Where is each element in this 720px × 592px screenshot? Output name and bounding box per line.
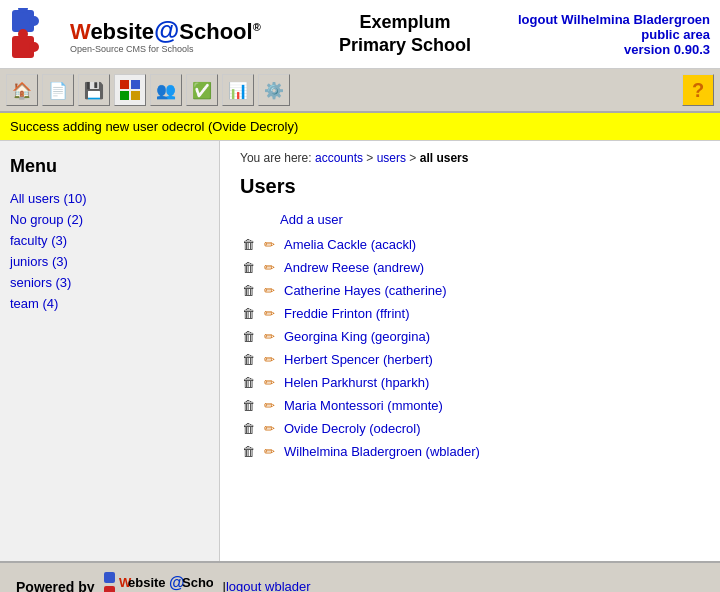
toolbar-save-icon[interactable]: 💾 [78, 74, 110, 106]
site-title: Exemplum Primary School [300, 11, 510, 58]
area-text: public area [641, 27, 710, 42]
svg-rect-9 [120, 91, 129, 100]
delete-icon-0[interactable]: 🗑 [240, 236, 256, 252]
edit-icon-7[interactable]: ✏ [260, 396, 278, 414]
edit-icon-9[interactable]: ✏ [260, 442, 278, 460]
menu-heading: Menu [10, 156, 209, 177]
delete-icon-6[interactable]: 🗑 [240, 374, 256, 390]
header: Website@School® Open-Source CMS for Scho… [0, 0, 720, 69]
sidebar-item-3[interactable]: juniors (3) [10, 254, 68, 269]
breadcrumb: You are here: accounts > users > all use… [240, 151, 700, 165]
svg-rect-8 [131, 80, 140, 89]
edit-icon-4[interactable]: ✏ [260, 327, 278, 345]
logo: Website@School® Open-Source CMS for Scho… [10, 8, 261, 60]
breadcrumb-accounts[interactable]: accounts [315, 151, 363, 165]
user-link-4[interactable]: Georgina King (georgina) [284, 329, 430, 344]
user-link-9[interactable]: Wilhelmina Bladergroen (wblader) [284, 444, 480, 459]
user-link-3[interactable]: Freddie Frinton (ffrint) [284, 306, 409, 321]
svg-point-4 [18, 29, 28, 39]
svg-rect-11 [104, 572, 115, 583]
toolbar-users-icon[interactable] [114, 74, 146, 106]
toolbar-check-icon[interactable]: ✅ [186, 74, 218, 106]
edit-icon-2[interactable]: ✏ [260, 281, 278, 299]
sidebar-list-item-2: faculty (3) [10, 233, 209, 248]
version-text: version 0.90.3 [624, 42, 710, 57]
user-link-0[interactable]: Amelia Cackle (acackl) [284, 237, 416, 252]
delete-icon-9[interactable]: 🗑 [240, 443, 256, 459]
toolbar-settings-icon[interactable]: ⚙️ [258, 74, 290, 106]
toolbar-home-icon[interactable]: 🏠 [6, 74, 38, 106]
user-row-4: 🗑✏Georgina King (georgina) [240, 327, 700, 345]
delete-icon-7[interactable]: 🗑 [240, 397, 256, 413]
user-link-7[interactable]: Maria Montessori (mmonte) [284, 398, 443, 413]
delete-icon-2[interactable]: 🗑 [240, 282, 256, 298]
footer-logout-link[interactable]: logout wblader [226, 579, 311, 592]
sidebar-item-0[interactable]: All users (10) [10, 191, 87, 206]
user-link-8[interactable]: Ovide Decroly (odecrol) [284, 421, 421, 436]
sidebar: Menu All users (10)No group (2)faculty (… [0, 141, 220, 561]
add-user-link[interactable]: Add a user [280, 212, 700, 227]
user-link-2[interactable]: Catherine Hayes (catherine) [284, 283, 447, 298]
edit-icon-0[interactable]: ✏ [260, 235, 278, 253]
sidebar-list-item-3: juniors (3) [10, 254, 209, 269]
user-row-5: 🗑✏Herbert Spencer (herbert) [240, 350, 700, 368]
edit-icon-3[interactable]: ✏ [260, 304, 278, 322]
footer-logo-svg: W ebsite @ School [103, 571, 213, 592]
breadcrumb-users[interactable]: users [377, 151, 406, 165]
svg-point-2 [29, 16, 39, 26]
page-title: Users [240, 175, 700, 198]
svg-rect-10 [131, 91, 140, 100]
users-list: 🗑✏Amelia Cackle (acackl)🗑✏Andrew Reese (… [240, 235, 700, 460]
breadcrumb-current: all users [420, 151, 469, 165]
edit-icon-1[interactable]: ✏ [260, 258, 278, 276]
toolbar: 🏠 📄 💾 👥 ✅ 📊 ⚙️ ? [0, 69, 720, 113]
delete-icon-8[interactable]: 🗑 [240, 420, 256, 436]
user-row-6: 🗑✏Helen Parkhurst (hparkh) [240, 373, 700, 391]
toolbar-groups-icon[interactable]: 👥 [150, 74, 182, 106]
delete-icon-1[interactable]: 🗑 [240, 259, 256, 275]
logo-puzzle-icon [10, 8, 68, 60]
edit-icon-6[interactable]: ✏ [260, 373, 278, 391]
footer-logo: W ebsite @ School [103, 571, 213, 592]
delete-icon-4[interactable]: 🗑 [240, 328, 256, 344]
sidebar-list-item-5: team (4) [10, 296, 209, 311]
user-row-9: 🗑✏Wilhelmina Bladergroen (wblader) [240, 442, 700, 460]
logout-area: logout Wilhelmina Bladergroen public are… [510, 12, 710, 57]
toolbar-stats-icon[interactable]: 📊 [222, 74, 254, 106]
user-link-1[interactable]: Andrew Reese (andrew) [284, 260, 424, 275]
sidebar-menu: All users (10)No group (2)faculty (3)jun… [10, 191, 209, 311]
edit-icon-8[interactable]: ✏ [260, 419, 278, 437]
sidebar-item-1[interactable]: No group (2) [10, 212, 83, 227]
sidebar-item-4[interactable]: seniors (3) [10, 275, 71, 290]
powered-by-text: Powered by [16, 579, 95, 593]
main-layout: Menu All users (10)No group (2)faculty (… [0, 141, 720, 561]
user-row-3: 🗑✏Freddie Frinton (ffrint) [240, 304, 700, 322]
delete-icon-3[interactable]: 🗑 [240, 305, 256, 321]
sidebar-item-5[interactable]: team (4) [10, 296, 58, 311]
user-row-1: 🗑✏Andrew Reese (andrew) [240, 258, 700, 276]
sidebar-item-2[interactable]: faculty (3) [10, 233, 67, 248]
delete-icon-5[interactable]: 🗑 [240, 351, 256, 367]
user-link-6[interactable]: Helen Parkhurst (hparkh) [284, 375, 429, 390]
content-area: You are here: accounts > users > all use… [220, 141, 720, 561]
sidebar-list-item-0: All users (10) [10, 191, 209, 206]
logo-area: Website@School® Open-Source CMS for Scho… [10, 8, 300, 60]
svg-text:ebsite: ebsite [128, 575, 166, 590]
success-banner: Success adding new user odecrol (Ovide D… [0, 113, 720, 141]
footer: Powered by W ebsite @ School | logout wb… [0, 561, 720, 592]
toolbar-pages-icon[interactable]: 📄 [42, 74, 74, 106]
user-link-5[interactable]: Herbert Spencer (herbert) [284, 352, 433, 367]
user-row-7: 🗑✏Maria Montessori (mmonte) [240, 396, 700, 414]
user-row-8: 🗑✏Ovide Decroly (odecrol) [240, 419, 700, 437]
user-row-0: 🗑✏Amelia Cackle (acackl) [240, 235, 700, 253]
svg-rect-6 [36, 13, 66, 55]
sidebar-list-item-4: seniors (3) [10, 275, 209, 290]
svg-text:School: School [182, 575, 213, 590]
help-icon[interactable]: ? [682, 74, 714, 106]
svg-point-5 [29, 42, 39, 52]
sidebar-list-item-1: No group (2) [10, 212, 209, 227]
edit-icon-5[interactable]: ✏ [260, 350, 278, 368]
user-row-2: 🗑✏Catherine Hayes (catherine) [240, 281, 700, 299]
svg-rect-12 [104, 586, 115, 592]
logout-link[interactable]: logout Wilhelmina Bladergroen [518, 12, 710, 27]
